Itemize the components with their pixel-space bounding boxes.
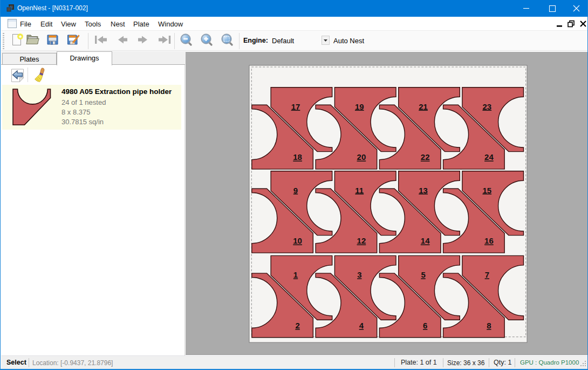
svg-text:6: 6 (423, 321, 427, 330)
svg-text:22: 22 (421, 152, 430, 162)
svg-text:14: 14 (421, 236, 430, 245)
svg-text:20: 20 (357, 152, 366, 162)
svg-text:21: 21 (419, 102, 428, 111)
svg-text:24: 24 (484, 152, 494, 162)
svg-text:13: 13 (419, 186, 428, 195)
svg-text:8: 8 (487, 321, 491, 330)
svg-text:3: 3 (357, 270, 361, 279)
svg-text:5: 5 (421, 270, 425, 279)
svg-text:15: 15 (482, 186, 491, 195)
svg-text:10: 10 (293, 236, 302, 245)
svg-text:11: 11 (355, 186, 364, 195)
svg-text:2: 2 (295, 321, 299, 330)
svg-text:4: 4 (359, 321, 364, 330)
svg-text:17: 17 (291, 102, 300, 111)
svg-text:18: 18 (293, 152, 302, 162)
svg-text:1: 1 (293, 270, 298, 279)
svg-text:7: 7 (485, 270, 489, 279)
svg-text:23: 23 (482, 102, 491, 111)
svg-text:12: 12 (357, 236, 366, 245)
svg-text:9: 9 (293, 186, 298, 195)
svg-text:16: 16 (484, 236, 494, 245)
svg-text:19: 19 (355, 102, 364, 111)
